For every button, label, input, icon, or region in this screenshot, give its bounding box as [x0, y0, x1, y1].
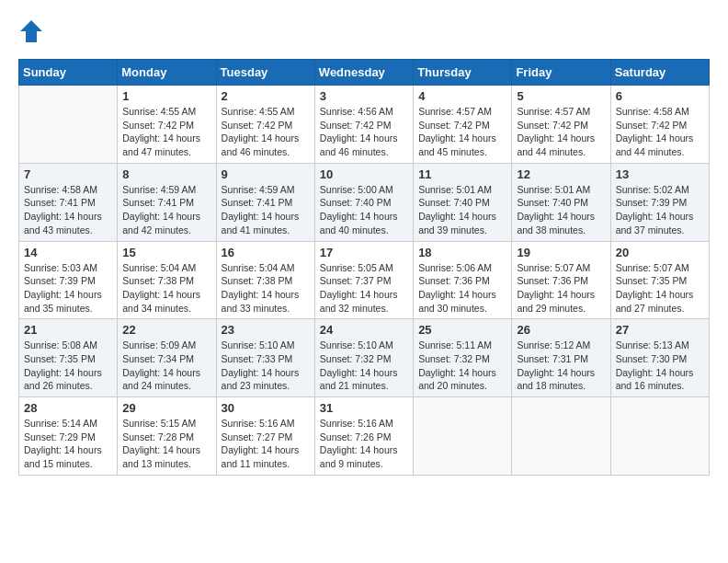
column-header-wednesday: Wednesday	[314, 60, 413, 86]
calendar-cell: 8Sunrise: 4:59 AMSunset: 7:41 PMDaylight…	[118, 163, 216, 241]
day-number: 27	[616, 323, 704, 337]
day-info: Sunrise: 4:57 AMSunset: 7:42 PMDaylight:…	[517, 105, 605, 159]
day-info: Sunrise: 5:04 AMSunset: 7:38 PMDaylight:…	[122, 261, 210, 316]
day-number: 9	[222, 167, 310, 181]
day-number: 10	[320, 167, 408, 181]
calendar-cell: 4Sunrise: 4:57 AMSunset: 7:42 PMDaylight…	[414, 86, 512, 164]
calendar-cell: 25Sunrise: 5:11 AMSunset: 7:32 PMDayligh…	[414, 319, 512, 397]
day-info: Sunrise: 4:58 AMSunset: 7:41 PMDaylight:…	[24, 183, 112, 237]
day-number: 4	[418, 89, 506, 103]
column-header-monday: Monday	[118, 60, 216, 86]
calendar-cell: 2Sunrise: 4:55 AMSunset: 7:42 PMDaylight…	[216, 86, 314, 164]
calendar-cell: 26Sunrise: 5:12 AMSunset: 7:31 PMDayligh…	[512, 319, 610, 397]
calendar-cell: 13Sunrise: 5:02 AMSunset: 7:39 PMDayligh…	[610, 163, 709, 241]
day-info: Sunrise: 5:08 AMSunset: 7:35 PMDaylight:…	[24, 339, 112, 393]
calendar-week-row: 28Sunrise: 5:14 AMSunset: 7:29 PMDayligh…	[19, 397, 710, 476]
day-info: Sunrise: 5:14 AMSunset: 7:29 PMDaylight:…	[24, 417, 112, 471]
logo-icon	[18, 18, 44, 44]
calendar-cell: 5Sunrise: 4:57 AMSunset: 7:42 PMDaylight…	[512, 86, 610, 164]
day-info: Sunrise: 5:02 AMSunset: 7:39 PMDaylight:…	[616, 183, 704, 237]
day-number: 13	[616, 167, 704, 181]
calendar-cell	[19, 86, 118, 164]
day-info: Sunrise: 5:01 AMSunset: 7:40 PMDaylight:…	[418, 183, 506, 237]
calendar-cell: 18Sunrise: 5:06 AMSunset: 7:36 PMDayligh…	[414, 241, 512, 319]
calendar-cell: 7Sunrise: 4:58 AMSunset: 7:41 PMDaylight…	[19, 163, 118, 241]
logo	[18, 18, 48, 44]
day-number: 5	[517, 89, 605, 103]
day-number: 25	[418, 323, 506, 337]
calendar-cell	[610, 397, 709, 476]
calendar-cell: 1Sunrise: 4:55 AMSunset: 7:42 PMDaylight…	[118, 86, 216, 164]
day-number: 15	[122, 246, 210, 259]
day-info: Sunrise: 4:55 AMSunset: 7:42 PMDaylight:…	[222, 105, 310, 159]
day-number: 21	[24, 323, 112, 337]
calendar-cell: 24Sunrise: 5:10 AMSunset: 7:32 PMDayligh…	[314, 319, 413, 397]
calendar-week-row: 7Sunrise: 4:58 AMSunset: 7:41 PMDaylight…	[19, 163, 710, 241]
day-info: Sunrise: 5:07 AMSunset: 7:36 PMDaylight:…	[517, 261, 605, 316]
day-number: 6	[616, 89, 704, 103]
calendar-cell: 6Sunrise: 4:58 AMSunset: 7:42 PMDaylight…	[610, 86, 709, 164]
day-info: Sunrise: 5:13 AMSunset: 7:30 PMDaylight:…	[616, 339, 704, 393]
calendar-cell: 16Sunrise: 5:04 AMSunset: 7:38 PMDayligh…	[216, 241, 314, 319]
calendar-cell	[512, 397, 610, 476]
calendar-cell: 27Sunrise: 5:13 AMSunset: 7:30 PMDayligh…	[610, 319, 709, 397]
calendar-cell: 29Sunrise: 5:15 AMSunset: 7:28 PMDayligh…	[118, 397, 216, 476]
day-info: Sunrise: 4:57 AMSunset: 7:42 PMDaylight:…	[418, 105, 506, 159]
day-number: 23	[222, 323, 310, 337]
calendar-cell: 14Sunrise: 5:03 AMSunset: 7:39 PMDayligh…	[19, 241, 118, 319]
day-info: Sunrise: 5:12 AMSunset: 7:31 PMDaylight:…	[517, 339, 605, 393]
column-header-tuesday: Tuesday	[216, 60, 314, 86]
calendar-week-row: 21Sunrise: 5:08 AMSunset: 7:35 PMDayligh…	[19, 319, 710, 397]
day-info: Sunrise: 4:58 AMSunset: 7:42 PMDaylight:…	[616, 105, 704, 159]
day-info: Sunrise: 5:07 AMSunset: 7:35 PMDaylight:…	[616, 261, 704, 316]
day-number: 26	[517, 323, 605, 337]
day-number: 14	[24, 246, 112, 259]
page-header	[18, 18, 710, 44]
day-number: 31	[320, 401, 408, 415]
day-info: Sunrise: 5:04 AMSunset: 7:38 PMDaylight:…	[222, 261, 310, 316]
day-info: Sunrise: 5:09 AMSunset: 7:34 PMDaylight:…	[122, 339, 210, 393]
day-number: 28	[24, 401, 112, 415]
calendar-cell: 22Sunrise: 5:09 AMSunset: 7:34 PMDayligh…	[118, 319, 216, 397]
calendar-cell: 3Sunrise: 4:56 AMSunset: 7:42 PMDaylight…	[314, 86, 413, 164]
day-number: 17	[320, 246, 408, 259]
svg-marker-0	[20, 20, 42, 42]
day-number: 3	[320, 89, 408, 103]
day-info: Sunrise: 5:00 AMSunset: 7:40 PMDaylight:…	[320, 183, 408, 237]
calendar-cell: 30Sunrise: 5:16 AMSunset: 7:27 PMDayligh…	[216, 397, 314, 476]
calendar-cell: 19Sunrise: 5:07 AMSunset: 7:36 PMDayligh…	[512, 241, 610, 319]
day-number: 22	[122, 323, 210, 337]
day-number: 1	[122, 89, 210, 103]
calendar-cell: 15Sunrise: 5:04 AMSunset: 7:38 PMDayligh…	[118, 241, 216, 319]
day-info: Sunrise: 4:56 AMSunset: 7:42 PMDaylight:…	[320, 105, 408, 159]
day-info: Sunrise: 4:59 AMSunset: 7:41 PMDaylight:…	[222, 183, 310, 237]
day-number: 11	[418, 167, 506, 181]
calendar-table: SundayMondayTuesdayWednesdayThursdayFrid…	[18, 59, 710, 476]
day-number: 7	[24, 167, 112, 181]
day-info: Sunrise: 5:10 AMSunset: 7:32 PMDaylight:…	[320, 339, 408, 393]
day-number: 29	[122, 401, 210, 415]
day-info: Sunrise: 4:59 AMSunset: 7:41 PMDaylight:…	[122, 183, 210, 237]
day-info: Sunrise: 5:16 AMSunset: 7:27 PMDaylight:…	[222, 417, 310, 471]
column-header-sunday: Sunday	[19, 60, 118, 86]
calendar-cell: 21Sunrise: 5:08 AMSunset: 7:35 PMDayligh…	[19, 319, 118, 397]
calendar-week-row: 1Sunrise: 4:55 AMSunset: 7:42 PMDaylight…	[19, 86, 710, 164]
day-info: Sunrise: 5:01 AMSunset: 7:40 PMDaylight:…	[517, 183, 605, 237]
day-info: Sunrise: 4:55 AMSunset: 7:42 PMDaylight:…	[122, 105, 210, 159]
day-number: 19	[517, 246, 605, 259]
calendar-cell: 17Sunrise: 5:05 AMSunset: 7:37 PMDayligh…	[314, 241, 413, 319]
day-number: 20	[616, 246, 704, 259]
calendar-cell: 20Sunrise: 5:07 AMSunset: 7:35 PMDayligh…	[610, 241, 709, 319]
calendar-cell: 10Sunrise: 5:00 AMSunset: 7:40 PMDayligh…	[314, 163, 413, 241]
day-number: 16	[222, 246, 310, 259]
day-info: Sunrise: 5:16 AMSunset: 7:26 PMDaylight:…	[320, 417, 408, 471]
day-info: Sunrise: 5:03 AMSunset: 7:39 PMDaylight:…	[24, 261, 112, 316]
calendar-cell: 12Sunrise: 5:01 AMSunset: 7:40 PMDayligh…	[512, 163, 610, 241]
day-number: 30	[222, 401, 310, 415]
calendar-cell: 23Sunrise: 5:10 AMSunset: 7:33 PMDayligh…	[216, 319, 314, 397]
day-info: Sunrise: 5:11 AMSunset: 7:32 PMDaylight:…	[418, 339, 506, 393]
calendar-cell: 11Sunrise: 5:01 AMSunset: 7:40 PMDayligh…	[414, 163, 512, 241]
day-number: 2	[222, 89, 310, 103]
day-number: 8	[122, 167, 210, 181]
calendar-cell	[414, 397, 512, 476]
